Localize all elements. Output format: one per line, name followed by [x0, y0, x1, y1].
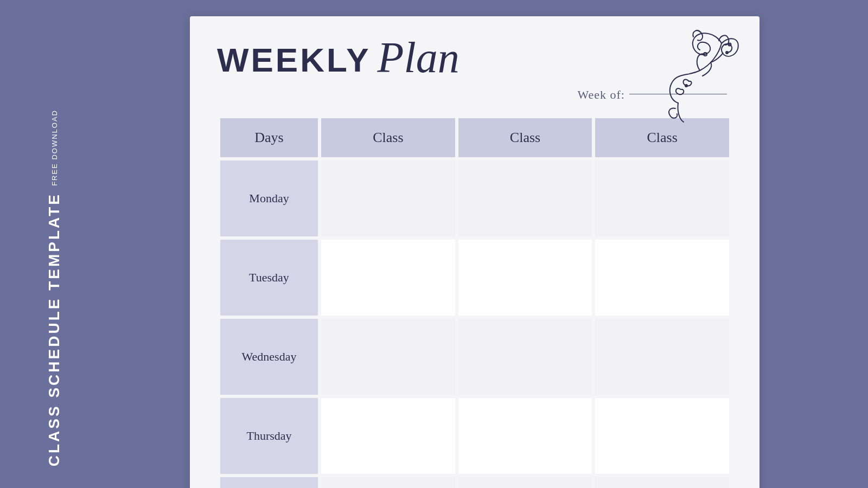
class-cell-tue-2 [458, 240, 592, 316]
class-cell-tue-1 [321, 240, 455, 316]
table-row: Tuesday [220, 240, 729, 316]
floral-decoration [635, 27, 743, 136]
schedule-table: Days Class Class Class Monday Tuesday [217, 115, 732, 488]
class-cell-thu-2 [458, 398, 592, 474]
class-cell-fri-2 [458, 477, 592, 488]
sidebar-text: FREE DOWNLOAD CLASS SCHEDULE TEMPLATE [46, 110, 63, 466]
day-monday: Monday [220, 160, 318, 236]
class-cell-wed-3 [595, 319, 729, 395]
day-tuesday: Tuesday [220, 240, 318, 316]
class-cell-wed-1 [321, 319, 455, 395]
header-weekly: WEEKLY [217, 43, 371, 77]
header-class-2: Class [458, 118, 592, 157]
week-of-label: Week of: [578, 88, 625, 102]
table-row: Wednesday [220, 319, 729, 395]
planner-card: WEEKLY Plan Week of: Days Class Class Cl… [190, 16, 760, 488]
sidebar: FREE DOWNLOAD CLASS SCHEDULE TEMPLATE [0, 0, 108, 488]
class-cell-fri-3 [595, 477, 729, 488]
class-cell-thu-1 [321, 398, 455, 474]
table-row: Thursday [220, 398, 729, 474]
header-plan: Plan [378, 38, 459, 77]
day-thursday: Thursday [220, 398, 318, 474]
table-row: Monday [220, 160, 729, 236]
sidebar-title: CLASS SCHEDULE TEMPLATE [46, 192, 63, 466]
class-cell-wed-2 [458, 319, 592, 395]
day-friday: Friday [220, 477, 318, 488]
class-cell-tue-3 [595, 240, 729, 316]
header-class-1: Class [321, 118, 455, 157]
class-cell-fri-1 [321, 477, 455, 488]
class-cell-mon-3 [595, 160, 729, 236]
table-row: Friday [220, 477, 729, 488]
class-cell-mon-2 [458, 160, 592, 236]
day-wednesday: Wednesday [220, 319, 318, 395]
class-cell-mon-1 [321, 160, 455, 236]
class-cell-thu-3 [595, 398, 729, 474]
main-content: WEEKLY Plan Week of: Days Class Class Cl… [108, 0, 868, 488]
sidebar-free-download: FREE DOWNLOAD [50, 110, 59, 186]
header-days: Days [220, 118, 318, 157]
